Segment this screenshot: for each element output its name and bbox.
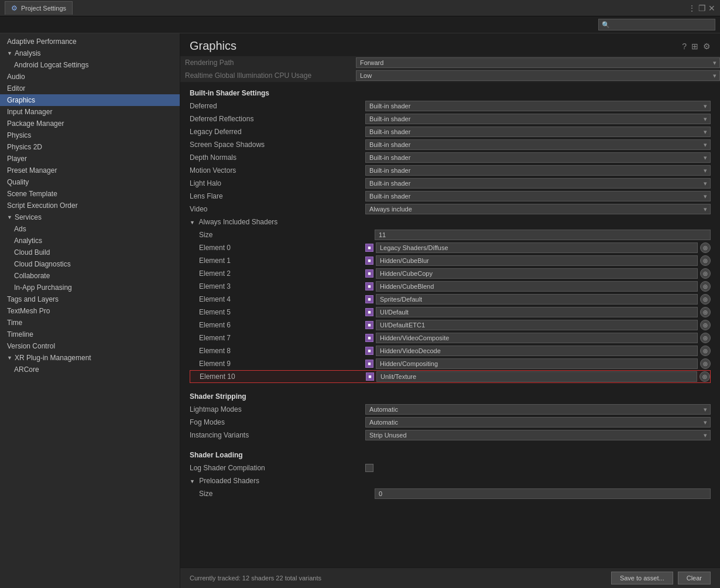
shader-element-value-wrapper-9: ■◎ <box>365 358 711 369</box>
sidebar-item-services[interactable]: ▼Services <box>0 211 180 223</box>
shader-setting-dropdown-0[interactable]: Built-in shader <box>365 101 711 111</box>
shader-element-input-2[interactable] <box>376 268 698 279</box>
sidebar-item-tags-and-layers[interactable]: Tags and Layers <box>0 293 180 305</box>
sidebar-item-xr-plugin-management[interactable]: ▼XR Plug-in Management <box>0 352 180 364</box>
sidebar-label-input-manager: Input Manager <box>7 108 52 116</box>
shader-element-input-8[interactable] <box>376 346 698 356</box>
sidebar-item-ads[interactable]: Ads <box>0 223 180 235</box>
shader-setting-dropdown-4[interactable]: Built-in shader <box>365 152 711 163</box>
sidebar-item-in-app-purchasing[interactable]: In-App Purchasing <box>0 282 180 293</box>
shader-setting-dropdown-8[interactable]: Always include <box>365 204 711 214</box>
preloaded-shaders-label: ▼ Preloaded Shaders <box>190 477 365 485</box>
search-input[interactable] <box>598 19 715 30</box>
shader-element-select-btn-8[interactable]: ◎ <box>700 346 711 356</box>
sidebar-item-physics[interactable]: Physics <box>0 129 180 141</box>
sidebar-item-adaptive-performance[interactable]: Adaptive Performance <box>0 36 180 47</box>
shader-element-value-wrapper-4: ■◎ <box>365 294 711 305</box>
shader-element-select-btn-5[interactable]: ◎ <box>700 307 711 317</box>
shader-setting-label-0: Deferred <box>190 102 365 110</box>
sidebar-item-editor[interactable]: Editor <box>0 83 180 94</box>
settings-icon[interactable]: ⚙ <box>703 42 711 51</box>
shader-setting-dropdown-3[interactable]: Built-in shader <box>365 139 711 150</box>
shader-element-input-0[interactable] <box>376 242 698 253</box>
shader-setting-row-0: DeferredBuilt-in shader <box>190 100 711 112</box>
sidebar-item-quality[interactable]: Quality <box>0 176 180 188</box>
title-bar-tab[interactable]: ⚙ Project Settings <box>5 1 73 15</box>
fog-modes-row: Fog Modes Automatic <box>190 416 711 429</box>
shader-setting-dropdown-2[interactable]: Built-in shader <box>365 127 711 137</box>
rendering-path-dropdown[interactable]: Forward <box>356 57 720 68</box>
shader-element-select-btn-4[interactable]: ◎ <box>700 294 711 305</box>
sidebar-item-input-manager[interactable]: Input Manager <box>0 106 180 118</box>
shader-element-label-5: Element 5 <box>190 308 365 316</box>
sidebar-item-analysis[interactable]: ▼Analysis <box>0 47 180 59</box>
sidebar-label-cloud-diagnostics: Cloud Diagnostics <box>14 260 71 268</box>
sidebar-item-android-logcat[interactable]: Android Logcat Settings <box>0 59 180 71</box>
shader-element-select-btn-1[interactable]: ◎ <box>700 255 711 266</box>
sidebar-item-cloud-diagnostics[interactable]: Cloud Diagnostics <box>0 258 180 270</box>
builtin-shader-section: Built-in Shader Settings DeferredBuilt-i… <box>180 82 720 385</box>
restore-icon[interactable]: ❐ <box>698 4 706 13</box>
shader-setting-dropdown-7[interactable]: Built-in shader <box>365 191 711 201</box>
shader-element-input-5[interactable] <box>376 307 698 317</box>
always-included-label: ▼ Always Included Shaders <box>190 218 365 226</box>
sidebar-item-audio[interactable]: Audio <box>0 71 180 83</box>
sidebar-label-analytics: Analytics <box>14 237 42 245</box>
shader-setting-dropdown-6[interactable]: Built-in shader <box>365 178 711 189</box>
sidebar-item-cloud-build[interactable]: Cloud Build <box>0 247 180 258</box>
sidebar-item-time[interactable]: Time <box>0 317 180 329</box>
clear-button[interactable]: Clear <box>678 572 711 584</box>
instancing-variants-dropdown[interactable]: Strip Unused <box>365 430 711 440</box>
shader-element-input-1[interactable] <box>376 255 698 266</box>
log-compilation-row: Log Shader Compilation <box>190 461 711 474</box>
save-to-asset-button[interactable]: Save to asset... <box>611 572 673 584</box>
shader-element-select-btn-0[interactable]: ◎ <box>700 242 711 253</box>
sidebar-item-preset-manager[interactable]: Preset Manager <box>0 165 180 176</box>
shader-element-value-wrapper-7: ■◎ <box>365 333 711 343</box>
lightmap-modes-dropdown[interactable]: Automatic <box>365 404 711 415</box>
layout-icon[interactable]: ⊞ <box>691 42 698 51</box>
close-icon[interactable]: ✕ <box>708 4 715 13</box>
sidebar-item-arcore[interactable]: ARCore <box>0 364 180 375</box>
shader-element-select-btn-9[interactable]: ◎ <box>700 358 711 369</box>
sidebar-label-cloud-build: Cloud Build <box>14 248 50 257</box>
sidebar-item-graphics[interactable]: Graphics <box>0 94 180 106</box>
log-compilation-checkbox[interactable] <box>365 464 373 472</box>
shader-setting-dropdown-5[interactable]: Built-in shader <box>365 165 711 176</box>
sidebar-item-version-control[interactable]: Version Control <box>0 340 180 352</box>
preloaded-size-input[interactable] <box>375 488 711 499</box>
sidebar-item-player[interactable]: Player <box>0 153 180 165</box>
shader-element-select-btn-10[interactable]: ◎ <box>700 371 710 382</box>
shader-element-input-10[interactable] <box>376 371 697 382</box>
sidebar-item-physics2d[interactable]: Physics 2D <box>0 141 180 153</box>
help-icon[interactable]: ? <box>682 42 687 51</box>
sidebar-item-timeline[interactable]: Timeline <box>0 329 180 340</box>
shader-element-select-btn-6[interactable]: ◎ <box>700 320 711 330</box>
fog-modes-dropdown[interactable]: Automatic <box>365 417 711 428</box>
shader-element-input-4[interactable] <box>376 294 698 305</box>
sidebar-item-analytics[interactable]: Analytics <box>0 235 180 247</box>
realtime-gi-dropdown[interactable]: Low <box>356 70 720 81</box>
preloaded-size-row: Size <box>190 487 711 500</box>
always-included-size-input[interactable] <box>375 230 711 240</box>
shader-element-input-9[interactable] <box>376 358 698 369</box>
shader-setting-label-3: Screen Space Shadows <box>190 141 365 149</box>
sidebar-item-package-manager[interactable]: Package Manager <box>0 118 180 129</box>
search-wrapper: 🔍 <box>598 19 715 30</box>
shader-element-label-2: Element 2 <box>190 269 365 278</box>
sidebar-item-script-execution-order[interactable]: Script Execution Order <box>0 200 180 211</box>
shader-setting-dropdown-1[interactable]: Built-in shader <box>365 114 711 124</box>
shader-element-input-6[interactable] <box>376 320 698 330</box>
preloaded-size-value <box>375 488 711 499</box>
shader-element-input-7[interactable] <box>376 333 698 343</box>
sidebar-item-scene-template[interactable]: Scene Template <box>0 188 180 200</box>
shader-element-select-btn-3[interactable]: ◎ <box>700 281 711 292</box>
sidebar-item-textmesh-pro[interactable]: TextMesh Pro <box>0 305 180 317</box>
sidebar-item-collaborate[interactable]: Collaborate <box>0 270 180 282</box>
shader-element-select-btn-7[interactable]: ◎ <box>700 333 711 343</box>
shader-element-select-btn-2[interactable]: ◎ <box>700 268 711 279</box>
shader-element-input-3[interactable] <box>376 281 698 292</box>
sidebar-label-adaptive-performance: Adaptive Performance <box>7 37 77 46</box>
more-icon[interactable]: ⋮ <box>688 4 696 13</box>
sidebar-label-in-app-purchasing: In-App Purchasing <box>14 283 72 292</box>
